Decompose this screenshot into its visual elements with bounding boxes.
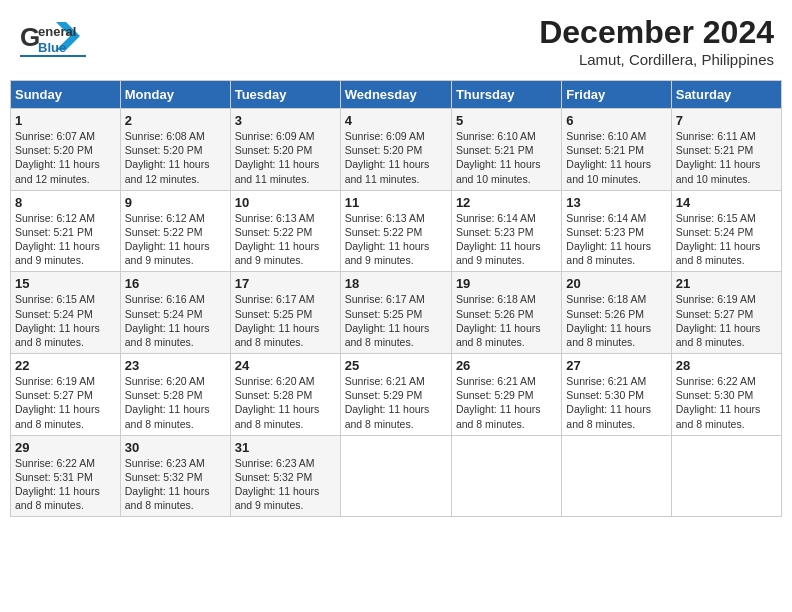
day-info: Sunrise: 6:14 AM Sunset: 5:23 PM Dayligh… [566, 211, 666, 268]
day-number: 31 [235, 440, 336, 455]
day-info: Sunrise: 6:14 AM Sunset: 5:23 PM Dayligh… [456, 211, 557, 268]
calendar-cell: 30Sunrise: 6:23 AM Sunset: 5:32 PM Dayli… [120, 435, 230, 517]
calendar-cell: 26Sunrise: 6:21 AM Sunset: 5:29 PM Dayli… [451, 354, 561, 436]
day-number: 15 [15, 276, 116, 291]
day-info: Sunrise: 6:13 AM Sunset: 5:22 PM Dayligh… [235, 211, 336, 268]
day-number: 21 [676, 276, 777, 291]
calendar-cell: 28Sunrise: 6:22 AM Sunset: 5:30 PM Dayli… [671, 354, 781, 436]
day-info: Sunrise: 6:08 AM Sunset: 5:20 PM Dayligh… [125, 129, 226, 186]
day-number: 10 [235, 195, 336, 210]
day-info: Sunrise: 6:12 AM Sunset: 5:22 PM Dayligh… [125, 211, 226, 268]
calendar-cell: 8Sunrise: 6:12 AM Sunset: 5:21 PM Daylig… [11, 190, 121, 272]
day-info: Sunrise: 6:10 AM Sunset: 5:21 PM Dayligh… [456, 129, 557, 186]
calendar-cell: 6Sunrise: 6:10 AM Sunset: 5:21 PM Daylig… [562, 109, 671, 191]
day-number: 1 [15, 113, 116, 128]
day-number: 27 [566, 358, 666, 373]
calendar-cell: 22Sunrise: 6:19 AM Sunset: 5:27 PM Dayli… [11, 354, 121, 436]
day-number: 17 [235, 276, 336, 291]
calendar-location: Lamut, Cordillera, Philippines [539, 51, 774, 68]
calendar-cell: 24Sunrise: 6:20 AM Sunset: 5:28 PM Dayli… [230, 354, 340, 436]
day-number: 6 [566, 113, 666, 128]
column-header-thursday: Thursday [451, 81, 561, 109]
calendar-cell: 10Sunrise: 6:13 AM Sunset: 5:22 PM Dayli… [230, 190, 340, 272]
day-number: 29 [15, 440, 116, 455]
calendar-title: December 2024 [539, 14, 774, 51]
calendar-cell: 31Sunrise: 6:23 AM Sunset: 5:32 PM Dayli… [230, 435, 340, 517]
day-info: Sunrise: 6:16 AM Sunset: 5:24 PM Dayligh… [125, 292, 226, 349]
day-info: Sunrise: 6:15 AM Sunset: 5:24 PM Dayligh… [676, 211, 777, 268]
day-number: 26 [456, 358, 557, 373]
calendar-cell: 23Sunrise: 6:20 AM Sunset: 5:28 PM Dayli… [120, 354, 230, 436]
day-info: Sunrise: 6:09 AM Sunset: 5:20 PM Dayligh… [235, 129, 336, 186]
day-info: Sunrise: 6:23 AM Sunset: 5:32 PM Dayligh… [125, 456, 226, 513]
day-info: Sunrise: 6:11 AM Sunset: 5:21 PM Dayligh… [676, 129, 777, 186]
day-number: 7 [676, 113, 777, 128]
calendar-cell: 15Sunrise: 6:15 AM Sunset: 5:24 PM Dayli… [11, 272, 121, 354]
day-number: 14 [676, 195, 777, 210]
calendar-cell: 18Sunrise: 6:17 AM Sunset: 5:25 PM Dayli… [340, 272, 451, 354]
day-info: Sunrise: 6:12 AM Sunset: 5:21 PM Dayligh… [15, 211, 116, 268]
calendar-week-4: 22Sunrise: 6:19 AM Sunset: 5:27 PM Dayli… [11, 354, 782, 436]
logo-icon: G eneral Blue [18, 14, 88, 64]
title-block: December 2024 Lamut, Cordillera, Philipp… [539, 14, 774, 68]
day-number: 18 [345, 276, 447, 291]
day-number: 16 [125, 276, 226, 291]
day-info: Sunrise: 6:22 AM Sunset: 5:31 PM Dayligh… [15, 456, 116, 513]
column-header-friday: Friday [562, 81, 671, 109]
calendar-week-1: 1Sunrise: 6:07 AM Sunset: 5:20 PM Daylig… [11, 109, 782, 191]
column-header-sunday: Sunday [11, 81, 121, 109]
column-header-wednesday: Wednesday [340, 81, 451, 109]
day-info: Sunrise: 6:17 AM Sunset: 5:25 PM Dayligh… [345, 292, 447, 349]
day-info: Sunrise: 6:20 AM Sunset: 5:28 PM Dayligh… [235, 374, 336, 431]
day-number: 24 [235, 358, 336, 373]
day-info: Sunrise: 6:21 AM Sunset: 5:29 PM Dayligh… [456, 374, 557, 431]
calendar-cell: 29Sunrise: 6:22 AM Sunset: 5:31 PM Dayli… [11, 435, 121, 517]
page-header: G eneral Blue December 2024 Lamut, Cordi… [10, 10, 782, 72]
day-number: 30 [125, 440, 226, 455]
column-header-tuesday: Tuesday [230, 81, 340, 109]
day-info: Sunrise: 6:18 AM Sunset: 5:26 PM Dayligh… [456, 292, 557, 349]
calendar-cell: 3Sunrise: 6:09 AM Sunset: 5:20 PM Daylig… [230, 109, 340, 191]
calendar-cell: 20Sunrise: 6:18 AM Sunset: 5:26 PM Dayli… [562, 272, 671, 354]
day-number: 5 [456, 113, 557, 128]
calendar-cell: 12Sunrise: 6:14 AM Sunset: 5:23 PM Dayli… [451, 190, 561, 272]
day-info: Sunrise: 6:20 AM Sunset: 5:28 PM Dayligh… [125, 374, 226, 431]
day-info: Sunrise: 6:19 AM Sunset: 5:27 PM Dayligh… [15, 374, 116, 431]
day-info: Sunrise: 6:07 AM Sunset: 5:20 PM Dayligh… [15, 129, 116, 186]
calendar-cell: 2Sunrise: 6:08 AM Sunset: 5:20 PM Daylig… [120, 109, 230, 191]
day-number: 28 [676, 358, 777, 373]
calendar-header: SundayMondayTuesdayWednesdayThursdayFrid… [11, 81, 782, 109]
calendar-cell [451, 435, 561, 517]
calendar-cell [562, 435, 671, 517]
calendar-cell: 19Sunrise: 6:18 AM Sunset: 5:26 PM Dayli… [451, 272, 561, 354]
calendar-week-3: 15Sunrise: 6:15 AM Sunset: 5:24 PM Dayli… [11, 272, 782, 354]
day-number: 2 [125, 113, 226, 128]
calendar-cell: 27Sunrise: 6:21 AM Sunset: 5:30 PM Dayli… [562, 354, 671, 436]
calendar-cell: 1Sunrise: 6:07 AM Sunset: 5:20 PM Daylig… [11, 109, 121, 191]
calendar-cell: 16Sunrise: 6:16 AM Sunset: 5:24 PM Dayli… [120, 272, 230, 354]
day-info: Sunrise: 6:23 AM Sunset: 5:32 PM Dayligh… [235, 456, 336, 513]
day-info: Sunrise: 6:09 AM Sunset: 5:20 PM Dayligh… [345, 129, 447, 186]
column-header-monday: Monday [120, 81, 230, 109]
calendar-cell: 4Sunrise: 6:09 AM Sunset: 5:20 PM Daylig… [340, 109, 451, 191]
calendar-cell: 11Sunrise: 6:13 AM Sunset: 5:22 PM Dayli… [340, 190, 451, 272]
calendar-cell: 5Sunrise: 6:10 AM Sunset: 5:21 PM Daylig… [451, 109, 561, 191]
column-header-saturday: Saturday [671, 81, 781, 109]
calendar-cell: 13Sunrise: 6:14 AM Sunset: 5:23 PM Dayli… [562, 190, 671, 272]
calendar-cell [671, 435, 781, 517]
day-info: Sunrise: 6:22 AM Sunset: 5:30 PM Dayligh… [676, 374, 777, 431]
calendar-cell: 9Sunrise: 6:12 AM Sunset: 5:22 PM Daylig… [120, 190, 230, 272]
day-number: 4 [345, 113, 447, 128]
day-number: 11 [345, 195, 447, 210]
day-number: 12 [456, 195, 557, 210]
day-info: Sunrise: 6:18 AM Sunset: 5:26 PM Dayligh… [566, 292, 666, 349]
day-number: 20 [566, 276, 666, 291]
day-info: Sunrise: 6:13 AM Sunset: 5:22 PM Dayligh… [345, 211, 447, 268]
calendar-cell: 14Sunrise: 6:15 AM Sunset: 5:24 PM Dayli… [671, 190, 781, 272]
day-number: 9 [125, 195, 226, 210]
day-number: 23 [125, 358, 226, 373]
day-number: 8 [15, 195, 116, 210]
logo: G eneral Blue [18, 14, 88, 64]
calendar-cell: 7Sunrise: 6:11 AM Sunset: 5:21 PM Daylig… [671, 109, 781, 191]
calendar-table: SundayMondayTuesdayWednesdayThursdayFrid… [10, 80, 782, 517]
